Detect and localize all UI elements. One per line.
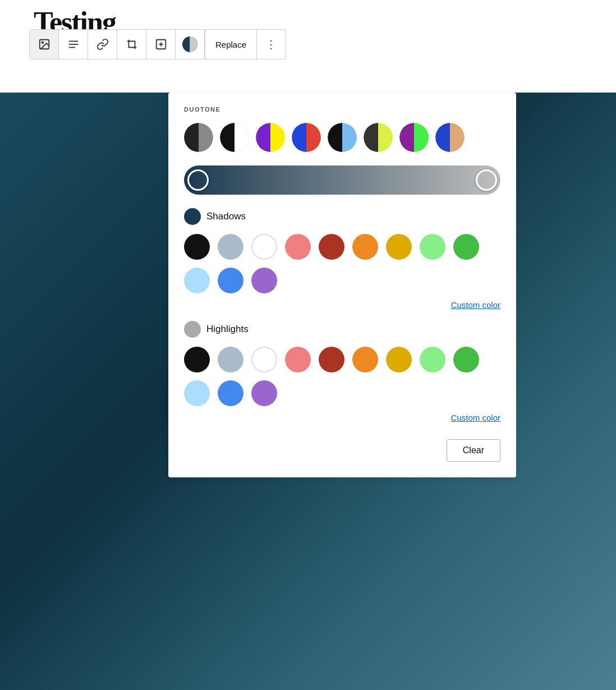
replace-button[interactable]: Replace xyxy=(205,30,256,59)
text-icon xyxy=(155,38,167,50)
duotone-preset-4[interactable] xyxy=(292,123,321,152)
highlight-swatch-black[interactable] xyxy=(184,347,210,372)
shadow-swatch-white[interactable] xyxy=(251,234,277,260)
text-toolbar-button[interactable] xyxy=(146,30,176,59)
highlight-swatch-orange[interactable] xyxy=(352,347,378,372)
duotone-preset-7[interactable] xyxy=(399,123,429,152)
highlights-custom-color-link[interactable]: Custom color xyxy=(184,413,500,422)
highlight-swatch-yellow[interactable] xyxy=(386,347,412,372)
shadow-swatch-red[interactable] xyxy=(319,234,344,260)
svg-point-1 xyxy=(42,42,43,43)
duotone-preset-1[interactable] xyxy=(184,123,213,152)
duotone-preset-3[interactable] xyxy=(256,123,285,152)
highlights-title: Highlights xyxy=(206,324,249,335)
shadows-title: Shadows xyxy=(206,211,246,222)
shadows-dot xyxy=(184,208,201,225)
clear-button-row: Clear xyxy=(184,434,500,462)
slider-handle-left[interactable] xyxy=(187,169,209,191)
duotone-preset-2[interactable] xyxy=(220,123,249,152)
duotone-preset-6[interactable] xyxy=(364,123,393,152)
highlight-swatch-purple[interactable] xyxy=(251,380,277,406)
shadows-swatches xyxy=(184,234,500,293)
duotone-panel: DUOTONE xyxy=(168,93,516,477)
highlights-swatches xyxy=(184,347,500,406)
duotone-presets xyxy=(184,123,500,152)
shadow-swatch-pink[interactable] xyxy=(285,234,311,260)
shadow-swatch-lightblue[interactable] xyxy=(184,268,210,293)
link-icon xyxy=(96,38,109,50)
shadow-swatch-lightgreen[interactable] xyxy=(420,234,445,260)
highlights-dot xyxy=(184,321,201,338)
duotone-preset-5[interactable] xyxy=(328,123,357,152)
highlight-swatch-pink[interactable] xyxy=(285,347,311,372)
highlights-header: Highlights xyxy=(184,321,500,338)
clear-button[interactable]: Clear xyxy=(447,439,500,462)
duotone-toolbar-button[interactable] xyxy=(176,30,205,59)
shadow-swatch-green[interactable] xyxy=(453,234,479,260)
align-toolbar-button[interactable] xyxy=(59,30,88,59)
shadows-header: Shadows xyxy=(184,208,500,225)
highlights-section: Highlights Custom color xyxy=(184,321,500,422)
highlight-swatch-lightblue[interactable] xyxy=(184,380,210,406)
shadow-swatch-orange[interactable] xyxy=(352,234,378,260)
highlight-swatch-white[interactable] xyxy=(251,347,277,372)
shadow-swatch-yellow[interactable] xyxy=(386,234,412,260)
duotone-preset-8[interactable] xyxy=(435,123,465,152)
image-icon xyxy=(38,38,50,50)
duotone-section-label: DUOTONE xyxy=(184,106,500,113)
highlight-swatch-lightgreen[interactable] xyxy=(420,347,445,372)
shadow-swatch-gray[interactable] xyxy=(218,234,243,260)
shadow-swatch-black[interactable] xyxy=(184,234,210,260)
image-toolbar-button[interactable] xyxy=(30,30,59,59)
align-icon xyxy=(67,38,80,50)
highlight-swatch-blue[interactable] xyxy=(218,380,243,406)
link-toolbar-button[interactable] xyxy=(88,30,117,59)
crop-toolbar-button[interactable] xyxy=(117,30,146,59)
highlight-swatch-red[interactable] xyxy=(319,347,344,372)
highlight-swatch-green[interactable] xyxy=(453,347,479,372)
shadow-swatch-blue[interactable] xyxy=(218,268,243,293)
more-options-button[interactable]: ⋮ xyxy=(256,30,286,59)
image-toolbar: Replace ⋮ xyxy=(29,29,286,59)
slider-handle-right[interactable] xyxy=(476,169,497,191)
crop-icon xyxy=(126,38,138,50)
gradient-slider[interactable] xyxy=(184,165,500,195)
highlight-swatch-gray[interactable] xyxy=(218,347,243,372)
shadow-swatch-purple[interactable] xyxy=(251,268,277,293)
shadows-custom-color-link[interactable]: Custom color xyxy=(184,300,500,310)
shadows-section: Shadows Custom color xyxy=(184,208,500,310)
